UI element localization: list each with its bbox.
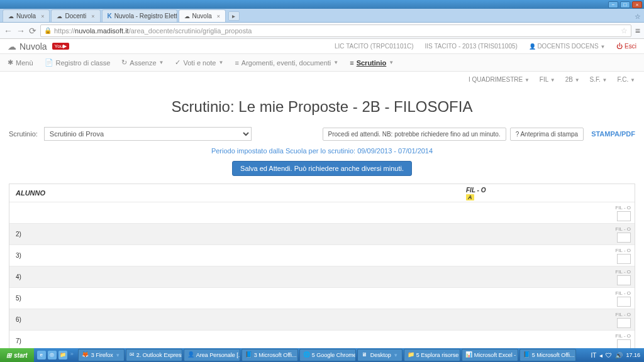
filter-fil[interactable]: FIL ▼ [540,76,555,83]
taskbar-item[interactable]: 📁5 Esplora risorse ▾ [404,349,460,361]
taskbar-item-label: 5 Esplora risorse [416,352,459,358]
taskbar-item-label: 3 Firefox [91,352,113,358]
scrutinio-label: Scrutinio: [9,130,38,138]
filter-class[interactable]: 2B ▼ [565,76,580,83]
cell-fil-label: FIL - O [615,290,631,296]
stampa-link[interactable]: STAMPA/PDF [591,130,635,138]
chevron-down-icon: ▼ [550,77,555,83]
nav-menu[interactable]: ✱ Menù [8,58,33,67]
header-iis[interactable]: IIS TACITO - 2013 (TRIS011005) [425,43,518,50]
chevron-down-icon: ▼ [218,60,223,65]
ql-ie-icon[interactable]: e [37,351,46,359]
tab-label: Docenti [65,13,86,19]
col-alunno: ALUNNO [9,184,462,202]
grade-input[interactable] [617,318,631,328]
window-maximize[interactable]: □ [620,1,630,8]
chrome-menu-icon[interactable]: ≡ [635,26,640,36]
logout-link[interactable]: Esci [616,43,636,50]
cell-fil-label: FIL - O [615,226,631,232]
nav-scrutinio[interactable]: ≡ Scrutinio ▼ [350,59,394,67]
ql-chrome-icon[interactable]: ◎ [48,351,57,359]
grade-input[interactable] [617,275,631,285]
cell-alunno: 4) [9,273,462,280]
youtube-badge[interactable]: You▶ [52,43,70,50]
address-input[interactable]: 🔒 https://nuvola.madisoft.it/area_docent… [40,25,631,37]
tray-icon[interactable]: 🛡 [606,352,612,359]
procedi-button[interactable]: Procedi ed attendi. NB: potrebbe richied… [323,128,506,141]
nav-argomenti[interactable]: ≡ Argomenti, eventi, documenti ▼ [235,59,338,67]
browser-tab-active[interactable]: ☁Nuvola× [179,9,226,22]
url-bar: ← → ⟳ 🔒 https://nuvola.madisoft.it/area_… [0,23,644,39]
chevron-down-icon: ▼ [525,77,530,83]
cell-alunno: 6) [9,316,462,323]
cloud-icon: ☁ [57,13,62,19]
header-lic[interactable]: LIC TACITO (TRPC01101C) [335,43,414,50]
filter-fc[interactable]: F.C. ▼ [618,76,635,83]
browser-tab[interactable]: KNuvola - Registro Elettronico× [102,9,177,22]
taskbar-item[interactable]: 👤Area Personale [... ▾ [184,349,240,361]
nav-registro[interactable]: 📄 Registro di classe [45,58,111,67]
col-fil: FIL - O A [462,184,635,202]
anteprima-button[interactable]: ? Anteprima di stampa [510,128,584,141]
taskbar-item-icon: ✉ [130,351,135,359]
tray-lang[interactable]: IT [591,352,597,359]
chevron-icon: ▾ [393,352,399,358]
window-minimize[interactable]: − [608,1,618,8]
back-button[interactable]: ← [4,26,13,36]
tray-icon[interactable]: ◂ [599,352,602,359]
grade-input[interactable] [617,297,631,307]
taskbar-item[interactable]: 📘3 Microsoft Offi... ▾ [242,349,298,361]
tray-icon[interactable]: 🔊 [615,352,623,359]
taskbar-item[interactable]: 🦊3 Firefox ▾ [78,349,125,361]
window-close[interactable]: × [632,1,642,8]
taskbar-item[interactable]: ✉2. Outlook Express ▾ [126,349,182,361]
grade-input[interactable] [617,211,631,221]
cell-grade: FIL - O [462,248,635,264]
taskbar-item-icon: 📘 [245,351,252,359]
url-host: nuvola.madisoft.it [75,27,129,35]
taskbar-item-icon: 🌐 [303,351,310,359]
table-row: FIL - O [9,202,635,223]
save-button[interactable]: Salva ed Attendi. Può richiedere anche d… [232,161,412,176]
taskbar-item[interactable]: 🌐5 Google Chrome ▾ [299,349,356,361]
browser-tab[interactable]: ☁Nuvola× [3,9,50,22]
windows-logo-icon: ⊞ [6,352,11,359]
scrutinio-select[interactable]: Scrutinio di Prova [44,127,252,141]
taskbar-item-label: 5 Google Chrome [312,352,356,358]
tab-close-icon[interactable]: × [217,13,220,19]
new-tab-button[interactable]: ▸ [228,11,240,21]
nav-assenze[interactable]: ↻ Assenze ▼ [121,58,164,67]
reload-button[interactable]: ⟳ [29,26,36,36]
tab-close-icon[interactable]: × [91,13,94,19]
tray-clock[interactable]: 17.16 [626,352,640,358]
start-button[interactable]: ⊞ start [0,348,34,362]
cell-grade: FIL - O [462,226,635,243]
brand[interactable]: ☁ Nuvola [8,41,47,52]
nav-voti[interactable]: ✓ Voti e note ▼ [175,58,223,67]
tab-close-icon[interactable]: × [41,13,44,19]
browser-tab-strip: ☁Nuvola× ☁Docenti× KNuvola - Registro El… [0,9,644,23]
taskbar-item[interactable]: 🖥Desktop ▾ [357,349,402,361]
ql-folder-icon[interactable]: 📁 [58,351,67,359]
browser-tab[interactable]: ☁Docenti× [51,9,100,22]
forward-button[interactable]: → [16,26,25,36]
filter-sf[interactable]: S.F. ▼ [590,76,608,83]
cell-alunno: 3) [9,252,462,259]
filter-quad[interactable]: I QUADRIMESTRE ▼ [469,76,530,83]
grade-input[interactable] [617,254,631,264]
app-header: ☁ Nuvola You▶ LIC TACITO (TRPC01101C) II… [0,39,644,54]
table-row: 2)FIL - O [9,223,635,244]
cell-fil-label: FIL - O [615,333,631,339]
taskbar-item-icon: 📘 [523,351,530,359]
table-row: 4)FIL - O [9,266,635,287]
grade-input[interactable] [617,233,631,243]
taskbar-item[interactable]: 📊Microsoft Excel - ... ▾ [462,349,518,361]
taskbar-item[interactable]: 📘5 Microsoft Offi... ▾ [519,349,576,361]
header-user[interactable]: DOCENTIS DOCENS ▼ [529,43,605,50]
star-icon[interactable]: ☆ [635,13,641,21]
cell-grade: FIL - O [462,333,635,349]
lock-icon: 🔒 [44,27,52,34]
windows-taskbar: ⊞ start e ◎ 📁 » 🦊3 Firefox ▾✉2. Outlook … [0,348,644,362]
chevron-down-icon: ▼ [630,77,635,83]
bookmark-icon[interactable]: ☆ [621,26,628,35]
